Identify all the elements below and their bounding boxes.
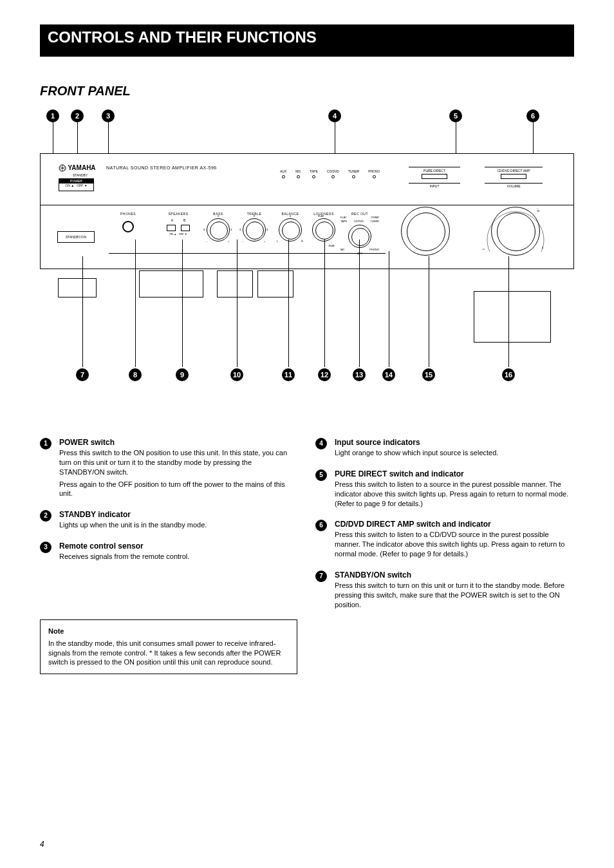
description-column-right: 4 Input source indicators Light orange t… bbox=[315, 438, 573, 621]
volume-label: VOLUME bbox=[485, 183, 543, 188]
desc-item-6: 6 CD/DVD DIRECT AMP switch and indicator… bbox=[315, 520, 573, 559]
power-label: POWER bbox=[59, 179, 93, 184]
balance-group: BALANCE 0 L R bbox=[279, 212, 302, 241]
src-md: MD bbox=[295, 169, 301, 178]
section-title: CONTROLS AND THEIR FUNCTIONS bbox=[48, 28, 317, 46]
note-title: Note bbox=[48, 627, 289, 636]
power-switch[interactable]: POWER ON ▲ OFF ▼ bbox=[59, 178, 94, 191]
bass-group: BASS 0 3 3 – + bbox=[207, 212, 230, 241]
front-panel-heading: FRONT PANEL bbox=[40, 84, 131, 99]
callout-6: 6 bbox=[526, 109, 539, 122]
desc-item-4: 4 Input source indicators Light orange t… bbox=[315, 438, 573, 458]
loudness-knob[interactable]: FLAT –30dB bbox=[312, 218, 335, 241]
speakers-group: SPEAKERS AB ON ▲ OFF ▼ bbox=[159, 212, 198, 236]
yamaha-tuning-fork-icon bbox=[59, 164, 66, 172]
brand-logo: YAMAHA bbox=[59, 164, 96, 172]
cd-direct-label: CD/DVD DIRECT AMP bbox=[485, 167, 543, 173]
desc-item-1: 1 POWER switch Press this switch to the … bbox=[40, 438, 297, 498]
balance-knob[interactable]: 0 L R bbox=[279, 218, 302, 241]
callout-8: 8 bbox=[129, 368, 142, 381]
treble-group: TREBLE 0 3 3 – + bbox=[243, 212, 266, 241]
speaker-b-switch[interactable] bbox=[181, 225, 190, 231]
callout-9: 9 bbox=[176, 368, 189, 381]
desc-item-5: 5 PURE DIRECT switch and indicator Press… bbox=[315, 469, 573, 509]
pure-direct-label: PURE DIRECT bbox=[409, 167, 460, 173]
pure-direct-group: PURE DIRECT INPUT bbox=[409, 167, 460, 188]
cd-direct-group: CD/DVD DIRECT AMP VOLUME bbox=[485, 167, 543, 188]
bass-knob[interactable]: 0 3 3 – + bbox=[207, 218, 230, 241]
treble-knob[interactable]: 0 3 3 – + bbox=[243, 218, 266, 241]
speaker-a-switch[interactable] bbox=[167, 225, 176, 231]
source-indicators: AUX MD TAPE CD/DVD TUNER PHONO bbox=[280, 169, 380, 178]
phones-group: PHONES bbox=[120, 212, 136, 232]
note-body: In the standby mode, this unit consumes … bbox=[48, 639, 289, 668]
callout-3: 3 bbox=[102, 109, 115, 122]
callout-7: 7 bbox=[76, 368, 89, 381]
callout-4: 4 bbox=[328, 109, 341, 122]
loudness-group: LOUDNESS FLAT –30dB bbox=[312, 212, 335, 241]
brand-text: YAMAHA bbox=[68, 164, 96, 171]
input-label: INPUT bbox=[409, 183, 460, 188]
section-title-bar: CONTROLS AND THEIR FUNCTIONS bbox=[40, 24, 574, 57]
standby-on-button[interactable]: STANDBY/ON bbox=[57, 231, 95, 243]
callout-5: 5 bbox=[449, 109, 462, 122]
model-text: NATURAL SOUND STEREO AMPLIFIER AX-596 bbox=[106, 165, 217, 170]
src-cddvd: CD/DVD bbox=[327, 169, 339, 178]
callout-12: 12 bbox=[318, 368, 331, 381]
description-column-left: 1 POWER switch Press this switch to the … bbox=[40, 438, 297, 674]
recout-selector[interactable] bbox=[348, 225, 371, 248]
phones-label: PHONES bbox=[120, 212, 136, 216]
callout-13: 13 bbox=[353, 368, 366, 381]
desc-item-2: 2 STANDBY indicator Lights up when the u… bbox=[40, 510, 297, 530]
phones-jack[interactable] bbox=[122, 221, 134, 232]
src-tape: TAPE bbox=[310, 169, 318, 178]
callout-14: 14 bbox=[382, 368, 395, 381]
speakers-label: SPEAKERS bbox=[159, 212, 198, 216]
callout-10: 10 bbox=[230, 368, 243, 381]
desc-item-3: 3 Remote control sensor Receives signals… bbox=[40, 542, 297, 561]
src-aux: AUX bbox=[280, 169, 286, 178]
callout-2: 2 bbox=[71, 109, 84, 122]
desc-item-7: 7 STANDBY/ON switch Press this switch to… bbox=[315, 571, 573, 610]
panel-bottom-strip: STANDBY/ON PHONES SPEAKERS AB ON ▲ OFF ▼… bbox=[41, 205, 573, 269]
page-number: 4 bbox=[40, 840, 44, 849]
note-box: Note In the standby mode, this unit cons… bbox=[40, 619, 297, 674]
callout-11: 11 bbox=[282, 368, 295, 381]
cd-direct-switch[interactable] bbox=[501, 174, 526, 179]
callout-16: 16 bbox=[502, 368, 515, 381]
volume-knob[interactable]: –∞ –20 0 bbox=[491, 207, 540, 256]
standby-led-label: STANDBY bbox=[73, 173, 88, 177]
callout-1: 1 bbox=[46, 109, 59, 122]
amplifier-front-panel: YAMAHA NATURAL SOUND STEREO AMPLIFIER AX… bbox=[40, 153, 574, 269]
pure-direct-switch[interactable] bbox=[422, 174, 447, 179]
callout-15: 15 bbox=[422, 368, 435, 381]
src-phono: PHONO bbox=[368, 169, 380, 178]
input-selector-knob[interactable] bbox=[401, 207, 450, 256]
panel-top-strip: YAMAHA NATURAL SOUND STEREO AMPLIFIER AX… bbox=[41, 154, 573, 205]
recout-group: REC OUT FLATCD/MD TAPECD/DVDTUNER MDPHON… bbox=[340, 212, 379, 256]
src-tuner: TUNER bbox=[348, 169, 359, 178]
control-door bbox=[109, 253, 386, 266]
